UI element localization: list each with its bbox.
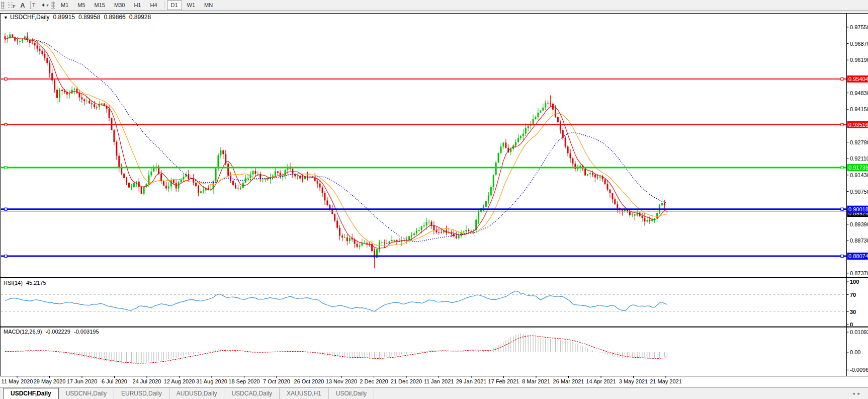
- tab-list: USDCHF,DailyUSDCNH,DailyEURUSD,DailyAUDU…: [0, 388, 374, 399]
- macd-main-value: -0.002229: [45, 329, 70, 335]
- svg-text:0.94150: 0.94150: [850, 106, 868, 112]
- svg-text:18 Sep 2020: 18 Sep 2020: [228, 378, 259, 384]
- chart-symbol-label: USDCHF,Daily: [10, 14, 50, 21]
- chevron-down-icon: ▾: [47, 3, 49, 8]
- tab-scroll-right-icon[interactable]: ▸: [857, 391, 863, 396]
- tab-xauusd-h1[interactable]: XAUUSD,H1: [280, 388, 329, 399]
- chart-tab-bar: USDCHF,DailyUSDCNH,DailyEURUSD,DailyAUDU…: [0, 387, 868, 399]
- svg-text:0.91739: 0.91739: [848, 165, 868, 171]
- svg-text:0.92110: 0.92110: [850, 155, 868, 162]
- tab-usdcnh-daily[interactable]: USDCNH,Daily: [59, 388, 114, 399]
- timeframe-button-h4[interactable]: H4: [146, 1, 161, 10]
- svg-text:29 May 2020: 29 May 2020: [34, 378, 66, 384]
- timeframe-button-w1[interactable]: W1: [183, 1, 200, 10]
- svg-text:0: 0: [850, 322, 853, 328]
- svg-text:0.010933: 0.010933: [850, 329, 868, 335]
- svg-text:13 Nov 2020: 13 Nov 2020: [326, 378, 357, 384]
- macd-label: MACD(12,26,9)-0.002229-0.003195: [4, 329, 103, 335]
- timeframe-grip[interactable]: [51, 2, 55, 9]
- timeframe-button-m5[interactable]: M5: [73, 1, 89, 10]
- rsi-value: 45.2175: [26, 280, 46, 286]
- tab-audusd-daily[interactable]: AUDUSD,Daily: [169, 388, 225, 399]
- top-toolbar: F A T ✦ ▾ M1M5M15M30H1H4D1W1MN: [0, 0, 868, 11]
- ohlc-open: 0.89915: [53, 14, 75, 21]
- svg-text:3 May 2021: 3 May 2021: [619, 378, 648, 384]
- svg-text:0.96870: 0.96870: [850, 41, 868, 47]
- svg-text:12 Aug 2020: 12 Aug 2020: [164, 378, 195, 384]
- timeframe-button-m15[interactable]: M15: [91, 1, 109, 10]
- svg-text:21 May 2021: 21 May 2021: [650, 378, 682, 384]
- svg-text:0.92790: 0.92790: [850, 139, 868, 145]
- svg-text:0.87370: 0.87370: [850, 270, 868, 276]
- toolbar-grip[interactable]: [1, 2, 5, 9]
- svg-text:0.90750: 0.90750: [850, 189, 868, 195]
- ohlc-high: 0.89958: [78, 14, 100, 21]
- svg-text:11 Jan 2021: 11 Jan 2021: [424, 378, 454, 384]
- ohlc-close: 0.89928: [129, 14, 151, 21]
- timeframe-button-h1[interactable]: H1: [130, 1, 145, 10]
- fibonacci-tool-icon[interactable]: F: [7, 1, 17, 10]
- svg-text:2 Dec 2020: 2 Dec 2020: [360, 378, 388, 384]
- timeframe-button-m30[interactable]: M30: [110, 1, 129, 10]
- rsi-label: RSI(14)45.2175: [4, 280, 50, 286]
- svg-text:30: 30: [850, 309, 856, 315]
- svg-text:14 Apr 2021: 14 Apr 2021: [586, 378, 616, 384]
- svg-text:21 Dec 2020: 21 Dec 2020: [391, 378, 422, 384]
- collapse-triangle-icon[interactable]: ▼: [4, 15, 8, 20]
- label-tool-icon[interactable]: T: [29, 1, 39, 10]
- text-tool-icon[interactable]: A: [18, 1, 28, 10]
- tab-usoil-daily[interactable]: USOil,Daily: [329, 388, 374, 399]
- svg-text:0.90018: 0.90018: [848, 206, 868, 212]
- svg-text:0.95404: 0.95404: [848, 76, 868, 82]
- svg-text:8 Mar 2021: 8 Mar 2021: [522, 378, 550, 384]
- ohlc-low: 0.89866: [104, 14, 125, 21]
- svg-text:0.96190: 0.96190: [850, 57, 868, 63]
- svg-text:11 May 2020: 11 May 2020: [2, 378, 33, 384]
- svg-text:0.88074: 0.88074: [848, 253, 868, 259]
- svg-text:70: 70: [850, 292, 856, 298]
- tab-scroll-left-icon[interactable]: ◂: [852, 391, 858, 396]
- fibonacci-grid-icon: [8, 2, 14, 8]
- tab-usdcad-daily[interactable]: USDCAD,Daily: [224, 388, 280, 399]
- svg-text:17 Feb 2021: 17 Feb 2021: [488, 378, 519, 384]
- svg-text:17 Jun 2020: 17 Jun 2020: [67, 378, 98, 384]
- svg-text:31 Aug 2020: 31 Aug 2020: [196, 378, 227, 384]
- svg-text:0.91430: 0.91430: [850, 172, 868, 178]
- svg-text:-0.009653: -0.009653: [850, 367, 868, 373]
- timeframe-button-group: M1M5M15M30H1H4D1W1MN: [56, 1, 217, 10]
- svg-text:6 Jul 2020: 6 Jul 2020: [102, 378, 127, 384]
- svg-text:0.93516: 0.93516: [848, 122, 868, 128]
- svg-text:7 Oct 2020: 7 Oct 2020: [263, 378, 290, 384]
- svg-text:0.94830: 0.94830: [850, 90, 868, 96]
- svg-text:0.89390: 0.89390: [850, 221, 868, 227]
- svg-text:0.97550: 0.97550: [850, 24, 868, 30]
- macd-name: MACD(12,26,9): [4, 329, 42, 335]
- svg-text:0.00: 0.00: [850, 349, 860, 355]
- svg-text:0.88730: 0.88730: [850, 237, 868, 244]
- tab-eurusd-daily[interactable]: EURUSD,Daily: [114, 388, 169, 399]
- rsi-name: RSI(14): [4, 280, 23, 286]
- tab-usdchf-daily[interactable]: USDCHF,Daily: [3, 388, 59, 399]
- macd-signal-value: -0.003195: [74, 329, 99, 335]
- label-letter: T: [30, 2, 38, 9]
- svg-text:24 Jul 2020: 24 Jul 2020: [133, 378, 161, 384]
- arrows-tool-icon[interactable]: ✦ ▾: [40, 1, 50, 10]
- svg-text:26 Mar 2021: 26 Mar 2021: [553, 378, 584, 384]
- arrows-glyph: ✦: [41, 2, 45, 9]
- tab-scroll-arrows[interactable]: ◂▸: [852, 391, 863, 396]
- chart-canvas[interactable]: 0.975500.968700.961900.948300.941500.927…: [0, 11, 868, 387]
- svg-text:100: 100: [850, 279, 859, 285]
- timeframe-button-mn[interactable]: MN: [200, 1, 217, 10]
- svg-text:26 Oct 2020: 26 Oct 2020: [294, 378, 324, 384]
- timeframe-button-d1[interactable]: D1: [167, 1, 182, 10]
- chart-title: ▼USDCHF,Daily0.899150.899580.898660.8992…: [4, 14, 154, 21]
- timeframe-button-m1[interactable]: M1: [57, 1, 72, 10]
- svg-text:29 Jan 2021: 29 Jan 2021: [456, 378, 487, 384]
